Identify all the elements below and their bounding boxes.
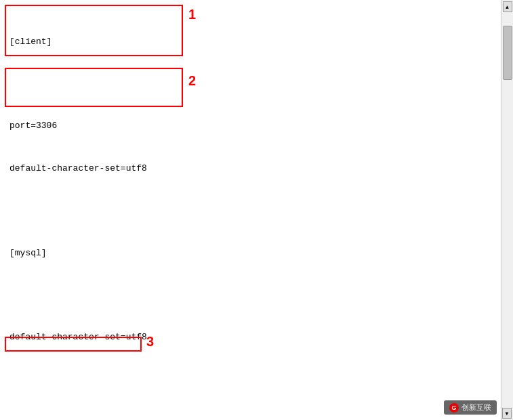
watermark-icon: G: [449, 403, 459, 413]
line-6: [mysql]: [9, 247, 480, 261]
scrollbar-thumb[interactable]: [503, 26, 512, 80]
line-9: [9, 373, 480, 387]
line-3: port=3306: [9, 119, 480, 133]
line-4: default-character-set=utf8: [9, 162, 480, 176]
line-5: [9, 204, 480, 218]
watermark-text: 创新互联: [461, 402, 491, 413]
main-content: [client] port=3306 default-character-set…: [0, 0, 513, 420]
scrollbar[interactable]: ▲ ▼: [501, 0, 513, 420]
line-1: [client]: [9, 35, 480, 49]
line-8: default-character-set=utf8: [9, 331, 480, 345]
line-7: [9, 289, 480, 303]
scrollbar-arrow-down[interactable]: ▼: [502, 408, 512, 419]
text-area: [client] port=3306 default-character-set…: [0, 0, 501, 420]
line-10: [9, 415, 480, 420]
watermark: G 创新互联: [444, 400, 497, 415]
scrollbar-arrow-up[interactable]: ▲: [503, 1, 512, 12]
line-2: [9, 77, 480, 91]
